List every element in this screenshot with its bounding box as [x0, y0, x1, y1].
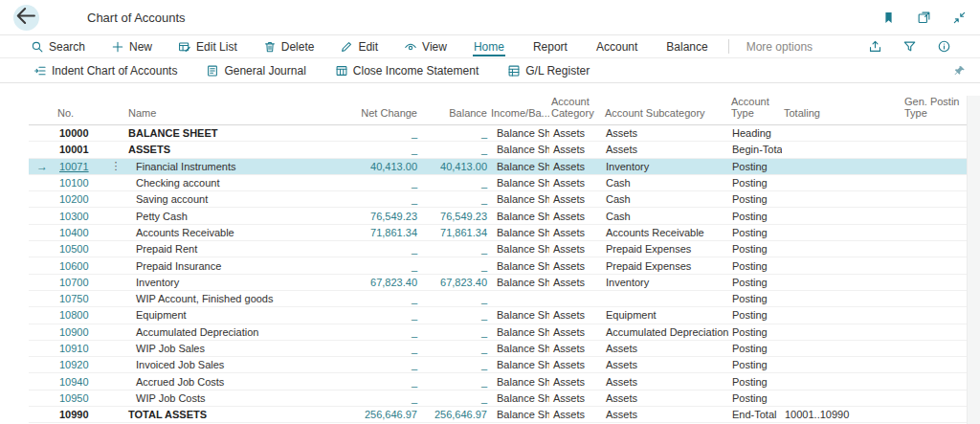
- cell-subcategory: Assets: [603, 392, 729, 404]
- cell-account_type: Heading: [729, 127, 782, 139]
- cell-account_type: Posting: [729, 359, 782, 370]
- table-row[interactable]: 10950WIP Job Costs__Balance Sh...AssetsA…: [29, 391, 967, 407]
- pin-icon[interactable]: [953, 64, 967, 78]
- account-no-link[interactable]: 10071: [56, 161, 105, 172]
- tab-home[interactable]: Home: [473, 35, 505, 57]
- edit-button[interactable]: Edit: [340, 40, 378, 54]
- column-header-net_change[interactable]: Net Change: [346, 96, 419, 124]
- tab-balance[interactable]: Balance: [665, 35, 708, 57]
- account-no-link[interactable]: 10950: [56, 392, 105, 404]
- back-button[interactable]: [13, 5, 39, 31]
- share-icon[interactable]: [868, 39, 882, 54]
- cell-balance: _: [419, 309, 489, 321]
- cell-subcategory: Assets: [603, 343, 729, 354]
- cell-category: Assets: [549, 177, 603, 189]
- account-no-link[interactable]: 10600: [56, 260, 105, 272]
- account-no-link[interactable]: 10900: [56, 326, 105, 338]
- account-no-link[interactable]: 10100: [56, 177, 105, 189]
- row-menu-dots[interactable]: ⋮: [105, 160, 126, 172]
- column-header-category[interactable]: Account Category: [549, 96, 603, 124]
- column-header-gen_posting_type[interactable]: Gen. Postin Type: [902, 96, 967, 124]
- new-button[interactable]: New: [111, 40, 152, 54]
- cell-income_balance: Balance Sh...: [489, 376, 549, 388]
- cell-balance: _: [419, 144, 489, 155]
- table-row[interactable]: 10910WIP Job Sales__Balance Sh...AssetsA…: [29, 341, 967, 357]
- table-row[interactable]: 10400Accounts Receivable71,861.3471,861.…: [29, 225, 967, 241]
- account-no-link[interactable]: 10750: [56, 293, 105, 304]
- account-name: ASSETS: [126, 144, 346, 155]
- column-header-subcategory[interactable]: Account Subcategory: [603, 96, 729, 124]
- cell-account_type: Begin-Total: [729, 144, 782, 155]
- open-new-window-icon[interactable]: [917, 11, 931, 25]
- tab-report[interactable]: Report: [532, 35, 568, 57]
- view-button[interactable]: View: [404, 40, 447, 54]
- cell-subcategory: Assets: [603, 127, 729, 139]
- account-no-link[interactable]: 10800: [56, 309, 105, 321]
- info-icon[interactable]: [937, 39, 951, 54]
- collapse-window-icon[interactable]: [952, 11, 967, 25]
- cell-balance: _: [419, 260, 489, 272]
- account-no-link[interactable]: 10500: [56, 243, 105, 255]
- account-name: Inventory: [126, 277, 346, 288]
- account-no-link[interactable]: 10000: [56, 127, 105, 139]
- table-row[interactable]: 10900Accumulated Depreciation__Balance S…: [29, 324, 967, 341]
- cell-subcategory: Assets: [603, 376, 729, 388]
- account-name: Prepaid Insurance: [126, 260, 346, 272]
- indent-chart-of-accounts-button[interactable]: Indent Chart of Accounts: [33, 64, 177, 78]
- column-header-account_type[interactable]: Account Type: [729, 96, 782, 124]
- column-header-totaling[interactable]: Totaling: [782, 96, 902, 124]
- cell-net_change: _: [346, 376, 419, 388]
- table-row[interactable]: 10800Equipment__Balance Sh...AssetsEquip…: [29, 307, 967, 324]
- account-no-link[interactable]: 10001: [56, 144, 105, 155]
- table-row[interactable]: 10750WIP Account, Finished goods__Postin…: [29, 291, 967, 307]
- account-no-link[interactable]: 10990: [56, 409, 105, 420]
- column-header-name[interactable]: Name: [126, 96, 346, 124]
- table-row[interactable]: →10071⋮Financial Instruments40,413.0040,…: [29, 159, 967, 175]
- cell-subcategory: Assets: [603, 359, 729, 370]
- command-label: Search: [49, 40, 85, 54]
- column-header-no[interactable]: No.: [56, 96, 105, 124]
- cell-net_change: _: [346, 392, 419, 404]
- filter-icon[interactable]: [902, 39, 917, 54]
- account-no-link[interactable]: 10700: [56, 277, 105, 288]
- table-row[interactable]: 10920Invoiced Job Sales__Balance Sh...As…: [29, 357, 967, 373]
- cell-income_balance: Balance Sh...: [489, 359, 549, 370]
- cell-income_balance: Balance Sh...: [489, 243, 549, 255]
- edit-list-button[interactable]: Edit List: [178, 40, 237, 54]
- table-row[interactable]: 10200Saving account__Balance Sh...Assets…: [29, 191, 967, 208]
- general-journal-button[interactable]: General Journal: [206, 64, 305, 78]
- table-row[interactable]: 10700Inventory67,823.4067,823.40Balance …: [29, 275, 967, 291]
- table-row[interactable]: 10990TOTAL ASSETS256,646.97256,646.97Bal…: [29, 407, 967, 423]
- account-no-link[interactable]: 10200: [56, 193, 105, 205]
- cell-net_change: _: [346, 309, 419, 321]
- account-no-link[interactable]: 10920: [56, 359, 105, 370]
- table-row[interactable]: 10001ASSETS__Balance Sh...AssetsAssetsBe…: [29, 142, 967, 158]
- tab-account[interactable]: Account: [595, 35, 638, 57]
- column-header-balance[interactable]: Balance: [419, 96, 489, 124]
- cell-income_balance: Balance Sh...: [489, 277, 549, 288]
- close-income-statement-button[interactable]: Close Income Statement: [335, 64, 479, 78]
- table-row[interactable]: 10500Prepaid Rent__Balance Sh...AssetsPr…: [29, 241, 967, 257]
- view-icon: [404, 40, 417, 54]
- g-l-register-button[interactable]: G/L Register: [507, 64, 590, 78]
- bookmark-icon[interactable]: [881, 11, 896, 25]
- more-options-button[interactable]: More options: [746, 35, 813, 57]
- table-row[interactable]: 10940Accrued Job Costs__Balance Sh...Ass…: [29, 373, 967, 390]
- cell-account_type: Posting: [729, 376, 782, 388]
- cell-subcategory: Prepaid Expenses: [603, 243, 729, 255]
- delete-button[interactable]: Delete: [263, 40, 315, 54]
- vertical-scrollbar[interactable]: [967, 96, 980, 424]
- account-no-link[interactable]: 10300: [56, 211, 105, 222]
- column-header-label: Account Type: [731, 96, 769, 119]
- command-label: Edit: [358, 40, 378, 54]
- table-row[interactable]: 10000BALANCE SHEET__Balance Sh...AssetsA…: [29, 125, 967, 142]
- search-button[interactable]: Search: [31, 40, 85, 54]
- table-row[interactable]: 10300Petty Cash76,549.2376,549.23Balance…: [29, 208, 967, 224]
- cell-balance: _: [419, 392, 489, 404]
- table-row[interactable]: 10600Prepaid Insurance__Balance Sh...Ass…: [29, 257, 967, 274]
- column-header-income_balance[interactable]: Income/Ba...: [489, 96, 549, 124]
- account-no-link[interactable]: 10940: [56, 376, 105, 388]
- table-row[interactable]: 10100Checking account__Balance Sh...Asse…: [29, 175, 967, 191]
- account-no-link[interactable]: 10400: [56, 227, 105, 238]
- account-no-link[interactable]: 10910: [56, 343, 105, 354]
